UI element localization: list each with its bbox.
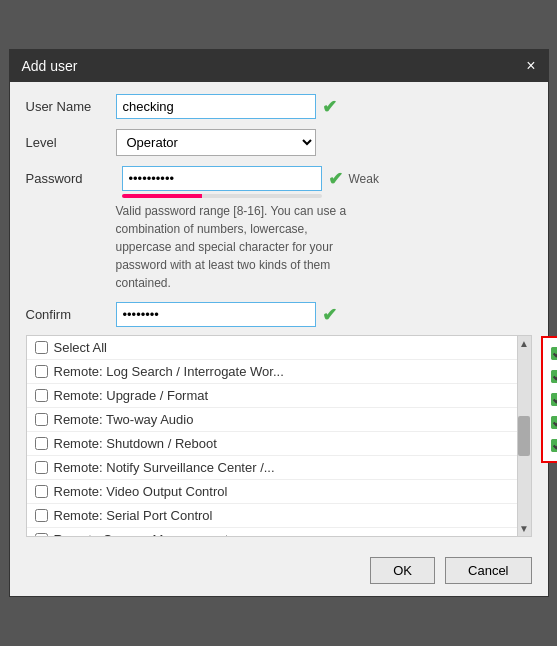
list-item[interactable]: Remote: Two-way Audio <box>27 408 517 432</box>
confirm-input[interactable] <box>116 302 316 327</box>
cancel-button[interactable]: Cancel <box>445 557 531 584</box>
username-input[interactable] <box>116 94 316 119</box>
popup-a1-checkbox[interactable] <box>551 370 558 383</box>
popup-a4-item[interactable]: A4 <box>543 434 558 457</box>
list-item[interactable]: Remote: Shutdown / Reboot <box>27 432 517 456</box>
popup-a4-checkbox[interactable] <box>551 439 558 452</box>
confirm-valid-icon: ✔ <box>322 304 337 326</box>
list-item[interactable]: Remote: Video Output Control <box>27 480 517 504</box>
footer: OK Cancel <box>10 549 548 596</box>
username-row: User Name ✔ <box>26 94 532 119</box>
password-row: Password ✔ Weak <box>26 166 532 198</box>
confirm-row: Confirm ✔ <box>26 302 532 327</box>
level-row: Level Operator Admin Viewer <box>26 129 532 156</box>
ok-button[interactable]: OK <box>370 557 435 584</box>
username-valid-icon: ✔ <box>322 96 337 118</box>
popup-a2-item[interactable]: A2 <box>543 388 558 411</box>
add-user-dialog: Add user × User Name ✔ Level Operator Ad… <box>9 49 549 597</box>
password-field: ✔ Weak <box>122 166 379 191</box>
title-bar: Add user × <box>10 50 548 82</box>
list-item[interactable]: Remote: Upgrade / Format <box>27 384 517 408</box>
popup-a2-checkbox[interactable] <box>551 393 558 406</box>
permissions-scrollbar[interactable]: ▲ ▼ <box>517 336 531 536</box>
password-row-inner: Password ✔ Weak <box>26 166 532 191</box>
username-field: ✔ <box>116 94 337 119</box>
password-valid-icon: ✔ <box>328 168 343 190</box>
password-strength-bar <box>122 194 322 198</box>
form-body: User Name ✔ Level Operator Admin Viewer … <box>10 82 548 327</box>
popup-a1-item[interactable]: A1 <box>543 365 558 388</box>
password-strength-label: Weak <box>349 172 379 186</box>
username-label: User Name <box>26 99 116 114</box>
level-select[interactable]: Operator Admin Viewer <box>116 129 316 156</box>
scroll-thumb[interactable] <box>518 416 530 456</box>
list-item[interactable]: Remote: Serial Port Control <box>27 504 517 528</box>
password-input[interactable] <box>122 166 322 191</box>
scroll-up-arrow[interactable]: ▲ <box>517 338 531 349</box>
popup-select-all-checkbox[interactable] <box>551 347 558 360</box>
level-label: Level <box>26 135 116 150</box>
scroll-down-arrow[interactable]: ▼ <box>517 523 531 534</box>
close-button[interactable]: × <box>526 58 535 74</box>
select-all-checkbox[interactable] <box>35 341 48 354</box>
permissions-container: Select All Remote: Log Search / Interrog… <box>26 335 532 537</box>
popup-a3-checkbox[interactable] <box>551 416 558 429</box>
password-hint-text: Valid password range [8-16]. You can use… <box>116 202 366 292</box>
permissions-list: Select All Remote: Log Search / Interrog… <box>27 336 517 536</box>
list-item[interactable]: Remote: Log Search / Interrogate Wor... <box>27 360 517 384</box>
confirm-label: Confirm <box>26 307 116 322</box>
level-field: Operator Admin Viewer <box>116 129 316 156</box>
password-hint-row: Valid password range [8-16]. You can use… <box>26 202 532 292</box>
password-label: Password <box>26 171 116 186</box>
list-item[interactable]: Remote: Notify Surveillance Center /... <box>27 456 517 480</box>
popup-a3-item[interactable]: A3 <box>543 411 558 434</box>
permissions-select-all-item[interactable]: Select All <box>27 336 517 360</box>
dialog-title: Add user <box>22 58 78 74</box>
popup-panel: Select All A1 A2 A3 A4 <box>541 336 558 463</box>
select-all-label: Select All <box>54 340 107 355</box>
popup-select-all-item[interactable]: Select All <box>543 342 558 365</box>
permissions-left: Select All Remote: Log Search / Interrog… <box>27 336 517 536</box>
list-item[interactable]: Remote Camera Management <box>27 528 517 536</box>
confirm-field: ✔ <box>116 302 337 327</box>
